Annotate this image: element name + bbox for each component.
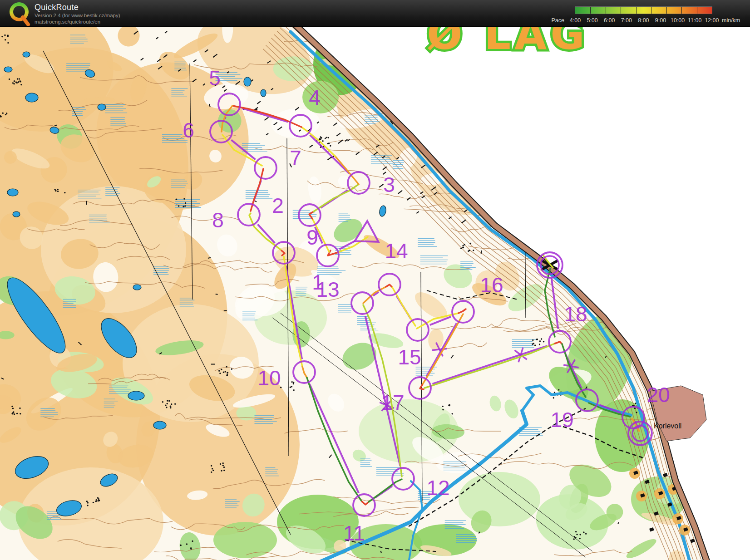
stone-dots bbox=[19, 408, 20, 409]
control-number: 3 bbox=[383, 173, 395, 196]
stone-dots bbox=[579, 538, 580, 539]
stone-dots bbox=[16, 413, 18, 414]
stone-dots bbox=[220, 463, 221, 465]
stone-dots bbox=[553, 397, 554, 398]
stone-dots bbox=[20, 84, 22, 85]
stone-dots bbox=[97, 497, 99, 498]
stone-dots bbox=[442, 409, 444, 410]
stone-dots bbox=[452, 413, 453, 414]
stone-dots bbox=[57, 189, 59, 190]
stone-dots bbox=[460, 248, 462, 249]
lake bbox=[244, 77, 251, 86]
stone-dots bbox=[319, 138, 320, 139]
stone-dots bbox=[634, 408, 636, 409]
stone-dots bbox=[15, 81, 17, 83]
stone-dots bbox=[293, 389, 295, 391]
stone-dots bbox=[212, 468, 213, 469]
quickroute-logo-icon bbox=[5, 0, 32, 26]
stone-dots bbox=[178, 205, 179, 206]
pace-tick-label: 12:00 bbox=[705, 17, 719, 24]
stone-dots bbox=[322, 140, 323, 142]
control-number: 6 bbox=[183, 118, 194, 142]
stone-dots bbox=[166, 407, 167, 408]
stone-dots bbox=[222, 462, 224, 464]
stone-dots bbox=[541, 338, 542, 339]
cliff-mark bbox=[381, 551, 381, 553]
stone-dots bbox=[174, 403, 176, 404]
stone-dots bbox=[54, 189, 55, 190]
stone-dots bbox=[534, 344, 536, 346]
stone-dots bbox=[462, 245, 464, 246]
stone-dots bbox=[20, 81, 21, 82]
lake bbox=[25, 93, 38, 102]
lake bbox=[153, 421, 166, 429]
stone-dots bbox=[575, 531, 577, 532]
pace-bar-tick bbox=[636, 7, 637, 14]
lake bbox=[133, 285, 141, 290]
pace-unit-label: min/km bbox=[722, 17, 740, 24]
lake bbox=[13, 211, 20, 217]
control-number: 10 bbox=[257, 366, 281, 390]
lake bbox=[261, 89, 266, 97]
control-number: 17 bbox=[381, 391, 404, 414]
stone-dots bbox=[183, 206, 184, 207]
lake bbox=[4, 67, 12, 72]
control-number: 18 bbox=[564, 302, 587, 326]
pace-tick-label: 10:00 bbox=[671, 17, 685, 24]
control-number: 7 bbox=[290, 146, 301, 170]
stone-dots bbox=[293, 383, 294, 384]
stone-dots bbox=[12, 408, 14, 409]
pace-tick-label: 8:00 bbox=[638, 17, 649, 24]
stone-dots bbox=[186, 543, 188, 545]
cliff-mark bbox=[54, 125, 57, 126]
stone-dots bbox=[211, 465, 212, 467]
stone-dots bbox=[170, 405, 171, 407]
stone-dots bbox=[473, 250, 474, 251]
map-canvas[interactable]: 1234567891011121314151617181920 Korlevol… bbox=[0, 0, 750, 560]
url-line: matstroeng.se/quickroute/en bbox=[35, 19, 100, 25]
stone-dots bbox=[470, 243, 471, 244]
stone-dots bbox=[183, 198, 185, 199]
stone-dots bbox=[168, 400, 170, 402]
pace-bar-tick bbox=[666, 7, 667, 14]
version-line: Version 2.4 (for www.bestik.cz/mapy) bbox=[35, 13, 120, 18]
stone-dots bbox=[222, 465, 224, 466]
stone-dots bbox=[573, 538, 575, 540]
stone-dots bbox=[539, 344, 540, 345]
stone-dots bbox=[218, 370, 220, 371]
stone-dots bbox=[558, 389, 559, 390]
stone-dots bbox=[171, 403, 172, 405]
stone-dots bbox=[64, 192, 65, 193]
stone-dots bbox=[225, 371, 226, 372]
title-bar: QuickRoute Version 2.4 (for www.bestik.c… bbox=[0, 0, 750, 27]
stone-dots bbox=[1, 36, 3, 37]
stone-dots bbox=[97, 500, 99, 501]
pace-tick-label: 9:00 bbox=[655, 17, 666, 24]
control-number: 14 bbox=[385, 239, 408, 263]
stone-dots bbox=[583, 531, 584, 533]
stone-dots bbox=[184, 205, 186, 206]
lake bbox=[23, 52, 30, 57]
stone-dots bbox=[87, 505, 88, 506]
stone-dots bbox=[579, 534, 581, 535]
pace-tick-label: 7:00 bbox=[621, 17, 632, 24]
stone-dots bbox=[532, 339, 533, 341]
stone-dots bbox=[86, 501, 88, 502]
stone-dots bbox=[14, 80, 15, 82]
control-number: 4 bbox=[309, 86, 321, 109]
pace-bar-tick bbox=[651, 7, 651, 14]
stone-dots bbox=[223, 470, 225, 471]
cliff-mark bbox=[224, 310, 227, 311]
control-number: 11 bbox=[343, 521, 365, 545]
stone-dots bbox=[95, 501, 97, 502]
stone-dots bbox=[20, 413, 21, 414]
stone-dots bbox=[219, 373, 221, 374]
cliff-mark bbox=[216, 294, 218, 295]
control-number: 16 bbox=[480, 273, 503, 297]
control-number: 15 bbox=[398, 345, 421, 369]
pace-bar-tick bbox=[681, 7, 682, 14]
stone-dots bbox=[190, 547, 192, 549]
pace-tick-label: 6:00 bbox=[604, 17, 615, 24]
control-number: 5 bbox=[209, 66, 221, 90]
stone-dots bbox=[291, 381, 293, 383]
